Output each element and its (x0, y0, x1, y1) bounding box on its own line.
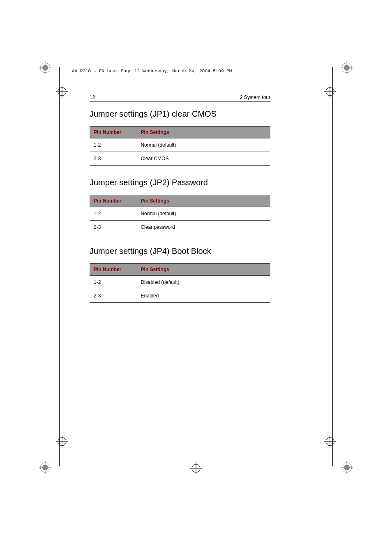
table-header: Pin Settings (136, 264, 270, 276)
jumper-table-jp2: Pin Number Pin Settings 1-2 Normal (defa… (90, 195, 270, 234)
page-number: 12 (90, 94, 95, 100)
register-mark-icon (39, 461, 51, 474)
pin-number-cell: 2-3 (90, 289, 136, 303)
table-row: 2-3 Clear password (90, 221, 270, 234)
register-mark-icon (39, 62, 51, 74)
crop-line (332, 67, 333, 466)
page-content: 12 2 System tour Jumper settings (JP1) c… (90, 94, 270, 315)
register-mark-icon (341, 461, 353, 474)
crosshair-mark-icon (56, 85, 68, 98)
section-title-jp4: Jumper settings (JP4) Boot Block (90, 246, 270, 256)
pin-number-cell: 2-3 (90, 152, 136, 166)
document-header: AA R310 - EN.book Page 12 Wednesday, Mar… (72, 69, 232, 74)
pin-number-cell: 1-2 (90, 276, 136, 289)
jumper-table-jp1: Pin Number Pin Settings 1-2 Normal (defa… (90, 126, 270, 166)
pin-settings-cell: Disabled (default) (136, 276, 270, 289)
pin-number-cell: 2-3 (90, 221, 136, 234)
table-header: Pin Number (90, 127, 136, 138)
pin-settings-cell: Clear password (136, 221, 270, 234)
table-row: 1-2 Normal (default) (90, 207, 270, 221)
table-row: 2-3 Enabled (90, 289, 270, 303)
pin-number-cell: 1-2 (90, 138, 136, 152)
table-header: Pin Settings (136, 127, 270, 138)
section-name: 2 System tour (240, 94, 270, 100)
register-mark-icon (190, 462, 202, 474)
table-row: 2-3 Clear CMOS (90, 152, 270, 166)
crosshair-mark-icon (324, 85, 336, 98)
jumper-table-jp4: Pin Number Pin Settings 1-2 Disabled (de… (90, 263, 270, 303)
table-row: 1-2 Normal (default) (90, 138, 270, 152)
pin-number-cell: 1-2 (90, 207, 136, 221)
table-header: Pin Settings (136, 195, 270, 207)
pin-settings-cell: Enabled (136, 289, 270, 303)
table-header: Pin Number (90, 195, 136, 207)
section-title-jp2: Jumper settings (JP2) Password (90, 178, 270, 187)
table-row: 1-2 Disabled (default) (90, 276, 270, 289)
pin-settings-cell: Clear CMOS (136, 152, 270, 166)
crop-line (59, 67, 60, 466)
crosshair-mark-icon (324, 435, 336, 448)
pin-settings-cell: Normal (default) (136, 138, 270, 152)
page-running-header: 12 2 System tour (90, 94, 270, 102)
table-header: Pin Number (90, 264, 136, 276)
section-title-jp1: Jumper settings (JP1) clear CMOS (90, 109, 270, 119)
crosshair-mark-icon (56, 435, 68, 448)
register-mark-icon (341, 62, 353, 74)
pin-settings-cell: Normal (default) (136, 207, 270, 221)
